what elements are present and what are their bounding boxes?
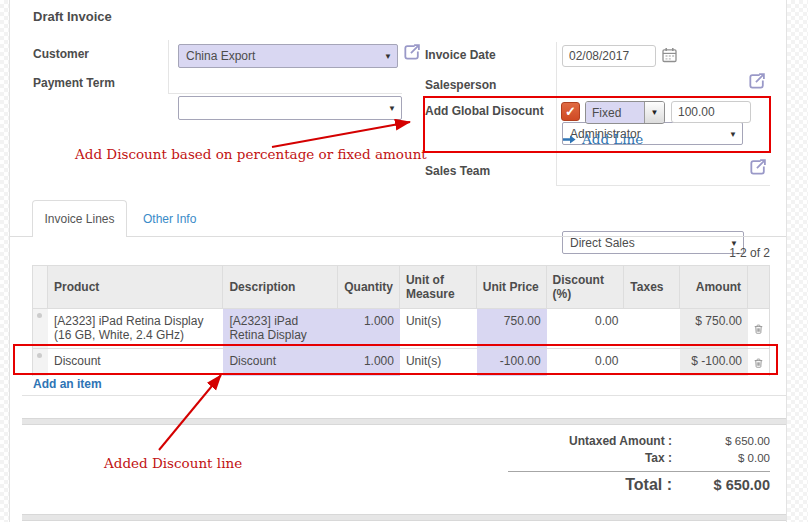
discount-type-value: Fixed <box>586 102 644 123</box>
cell-taxes[interactable] <box>624 349 680 376</box>
header-quantity: Quantity <box>338 266 400 308</box>
annotation-discount-note: Add Discount based on percentage or fixe… <box>75 146 427 162</box>
row-drag-handle[interactable] <box>33 349 48 376</box>
discount-type-select[interactable]: Fixed ▼ <box>585 101 665 124</box>
annotation-added-line-note: Added Discount line <box>104 455 242 471</box>
row-drag-handle[interactable] <box>33 309 48 348</box>
discount-amount-input[interactable] <box>671 101 751 123</box>
header-discount: Discount (%) <box>547 266 625 308</box>
tab-other-info[interactable]: Other Info <box>143 212 196 226</box>
global-discount-label: Add Global Disocunt <box>425 104 544 118</box>
invoice-lines-table: Product Description Quantity Unit of Mea… <box>32 265 770 376</box>
drag-dot-icon <box>37 353 42 358</box>
field-group-divider <box>556 42 557 185</box>
salesperson-label: Salesperson <box>425 78 496 92</box>
untaxed-amount-label: Untaxed Amount : <box>440 434 686 448</box>
payment-term-select[interactable]: ▼ <box>178 96 402 120</box>
chevron-down-icon: ▼ <box>384 52 392 61</box>
chevron-down-icon: ▼ <box>729 129 737 138</box>
sales-team-label: Sales Team <box>425 164 490 178</box>
tax-label: Tax : <box>440 451 686 465</box>
right-arrow-icon <box>563 134 576 145</box>
add-line-label: Add Line <box>582 131 643 147</box>
calendar-icon[interactable] <box>662 47 677 63</box>
total-value: $ 650.00 <box>686 477 770 493</box>
customer-external-link-icon[interactable] <box>403 43 421 61</box>
cell-unit-price[interactable]: 750.00 <box>477 309 547 348</box>
header-unit-price: Unit Price <box>477 266 547 308</box>
customer-value: China Export <box>186 49 255 63</box>
header-unit-of-measure: Unit of Measure <box>400 266 477 308</box>
left-gutter <box>0 0 10 522</box>
totals-panel: Untaxed Amount : $ 650.00 Tax : $ 0.00 T… <box>440 434 770 497</box>
invoice-form-page: Draft Invoice Customer China Export ▼ Pa… <box>0 0 808 522</box>
header-description: Description <box>223 266 338 308</box>
total-row: Total : $ 650.00 <box>440 476 770 494</box>
header-taxes: Taxes <box>624 266 680 308</box>
header-trash-cell <box>748 266 769 308</box>
cell-description[interactable]: [A2323] iPad Retina Display <box>223 309 338 348</box>
table-header-row: Product Description Quantity Unit of Mea… <box>33 266 769 308</box>
totals-divider <box>508 471 770 472</box>
invoice-date-label: Invoice Date <box>425 48 496 62</box>
table-row[interactable]: Discount Discount 1.000 Unit(s) -100.00 … <box>33 348 769 376</box>
tax-row: Tax : $ 0.00 <box>440 451 770 465</box>
section-band <box>22 418 786 425</box>
table-row[interactable]: [A2323] iPad Retina Display (16 GB, Whit… <box>33 308 769 348</box>
delete-row-button[interactable] <box>748 349 769 376</box>
chevron-down-icon: ▼ <box>388 104 396 113</box>
sales-team-external-link-icon[interactable] <box>749 158 767 176</box>
add-an-item-link[interactable]: Add an item <box>33 377 102 391</box>
delete-row-button[interactable] <box>748 309 769 348</box>
cell-discount[interactable]: 0.00 <box>547 309 625 348</box>
field-group-divider <box>168 40 169 93</box>
salesperson-external-link-icon[interactable] <box>748 72 766 90</box>
cell-unit-of-measure[interactable]: Unit(s) <box>400 309 477 348</box>
cell-unit-of-measure[interactable]: Unit(s) <box>400 349 477 376</box>
arrow-to-discount-line <box>159 375 221 450</box>
page-title: Draft Invoice <box>33 9 112 24</box>
cell-taxes[interactable] <box>624 309 680 348</box>
customer-label: Customer <box>33 47 89 61</box>
trash-icon <box>754 356 763 370</box>
header-handle-cell <box>33 266 48 308</box>
customer-select[interactable]: China Export ▼ <box>178 44 398 68</box>
header-amount: Amount <box>680 266 748 308</box>
untaxed-row: Untaxed Amount : $ 650.00 <box>440 434 770 448</box>
drag-dot-icon <box>37 313 42 318</box>
cell-quantity[interactable]: 1.000 <box>338 349 400 376</box>
cell-quantity[interactable]: 1.000 <box>338 309 400 348</box>
chevron-down-icon[interactable]: ▼ <box>644 102 664 123</box>
add-line-link[interactable]: Add Line <box>563 131 643 147</box>
invoice-date-input[interactable] <box>562 45 656 67</box>
cell-amount: $ -100.00 <box>680 349 748 376</box>
pager[interactable]: 1-2 of 2 <box>620 246 770 260</box>
cell-discount[interactable]: 0.00 <box>547 349 625 376</box>
global-discount-checkbox[interactable]: ✓ <box>561 102 580 121</box>
tab-invoice-lines[interactable]: Invoice Lines <box>32 200 127 237</box>
payment-term-label: Payment Term <box>33 76 115 90</box>
field-group-underline <box>168 93 402 94</box>
untaxed-amount-value: $ 650.00 <box>686 435 770 447</box>
cell-product[interactable]: Discount <box>48 349 223 376</box>
right-gutter <box>786 0 808 522</box>
header-product: Product <box>48 266 223 308</box>
arrow-to-global-discount <box>272 122 410 147</box>
cell-product[interactable]: [A2323] iPad Retina Display (16 GB, Whit… <box>48 309 223 348</box>
bottom-band <box>22 514 786 521</box>
tax-value: $ 0.00 <box>686 452 770 464</box>
cell-description[interactable]: Discount <box>223 349 338 376</box>
cell-amount: $ 750.00 <box>680 309 748 348</box>
trash-icon <box>754 322 763 336</box>
field-group-underline <box>556 185 770 186</box>
total-label: Total : <box>440 476 686 494</box>
section-divider <box>22 395 786 396</box>
cell-unit-price[interactable]: -100.00 <box>477 349 547 376</box>
